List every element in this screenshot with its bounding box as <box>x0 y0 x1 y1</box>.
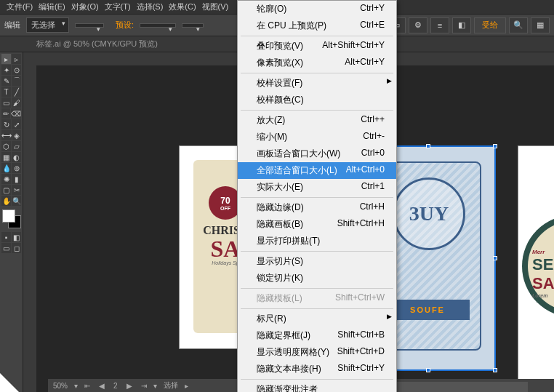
slice-tool[interactable]: ✂ <box>12 185 21 195</box>
brush-tool[interactable]: 🖌 <box>12 97 21 108</box>
accept-button[interactable]: 受给 <box>474 17 506 33</box>
zoom-tool[interactable]: 🔍 <box>12 196 21 206</box>
magic-wand-tool[interactable]: ✦ <box>1 65 11 75</box>
nav-prev[interactable]: ◀ <box>97 382 107 390</box>
tag2-circle-text: 3UY <box>393 177 465 250</box>
symbol-tool[interactable]: ✺ <box>1 174 11 184</box>
shape-builder-tool[interactable]: ⬡ <box>1 141 11 151</box>
zoom-display[interactable]: 50% <box>51 382 70 390</box>
fill-stroke-swatch[interactable] <box>2 209 21 228</box>
nav-last[interactable]: ⇥ <box>139 382 149 390</box>
menu-item[interactable]: 隐藏定界框(J)Shift+Ctrl+B <box>238 327 396 344</box>
eyedropper-tool[interactable]: 💧 <box>1 163 11 173</box>
menu-item[interactable]: 视图(V) <box>199 0 232 14</box>
gradient-tool[interactable]: ◐ <box>12 152 21 162</box>
menu-item[interactable]: 在 CPU 上预览(P)Ctrl+E <box>238 17 396 34</box>
menu-item[interactable]: 对象(O) <box>68 0 102 14</box>
off-label: OFF <box>220 206 230 211</box>
nav-next[interactable]: ▶ <box>124 382 135 390</box>
menu-item[interactable]: 标尺(R)▶ <box>238 311 396 327</box>
lasso-tool[interactable]: ⊙ <box>12 65 21 75</box>
transform-icon[interactable]: ◧ <box>452 17 471 33</box>
menu-item[interactable]: 全部适合窗口大小(L)Alt+Ctrl+0 <box>238 162 396 179</box>
menu-item[interactable]: 选择(S) <box>134 0 166 14</box>
scale-tool[interactable]: ⤢ <box>12 119 21 129</box>
stroke-dropdown[interactable] <box>75 23 104 28</box>
selection-handle[interactable] <box>426 368 430 372</box>
menu-item[interactable]: 校样设置(F)▶ <box>238 75 396 92</box>
menu-item[interactable]: 文字(T) <box>102 0 134 14</box>
menu-item[interactable]: 放大(Z)Ctrl++ <box>238 112 396 129</box>
menu-item[interactable]: 显示打印拼贴(T) <box>238 233 396 249</box>
menu-item[interactable]: 锁定切片(K) <box>238 270 396 287</box>
color-mode[interactable]: ▪ <box>1 232 11 242</box>
align-icon[interactable]: ≡ <box>430 17 449 33</box>
menu-shortcut: Ctrl+- <box>363 131 385 143</box>
menu-item[interactable]: 隐藏边缘(D)Ctrl+H <box>238 199 396 216</box>
graph-tool[interactable]: ▮ <box>12 174 21 184</box>
discount-value: 70 <box>220 196 230 206</box>
menu-item[interactable]: 隐藏画板(B)Shift+Ctrl+H <box>238 216 396 233</box>
curvature-tool[interactable]: ⌒ <box>12 76 21 86</box>
pen-tool[interactable]: ✎ <box>1 76 11 86</box>
nav-dropdown-icon[interactable]: ▾ <box>153 382 157 390</box>
menu-item[interactable]: 缩小(M)Ctrl+- <box>238 129 396 145</box>
selection-handle[interactable] <box>493 144 497 148</box>
type-tool[interactable]: T <box>1 87 11 97</box>
menu-item[interactable]: 编辑(E) <box>36 0 68 14</box>
zoom-dropdown-icon[interactable]: ▾ <box>74 382 78 390</box>
mesh-tool[interactable]: ▦ <box>1 152 11 162</box>
menu-item[interactable]: 文件(F) <box>4 0 36 14</box>
menu-item[interactable]: 效果(C) <box>166 0 198 14</box>
gradient-mode[interactable]: ◧ <box>12 232 21 242</box>
menu-item[interactable]: 显示切片(S) <box>238 253 396 270</box>
width-tool[interactable]: ⟷ <box>1 130 12 140</box>
menu-shortcut: Ctrl+E <box>360 20 385 32</box>
screen-mode-2[interactable]: ◻ <box>12 243 21 253</box>
menu-item[interactable]: 轮廓(O)Ctrl+Y <box>238 1 396 17</box>
menu-separator <box>241 251 393 252</box>
arrange-icon[interactable]: ▦ <box>531 17 550 33</box>
rectangle-tool[interactable]: ▭ <box>1 97 11 108</box>
selection-dropdown[interactable]: 无选择 <box>26 17 69 33</box>
selection-handle[interactable] <box>426 144 430 148</box>
menu-shortcut: Alt+Ctrl+0 <box>346 164 385 177</box>
menu-item[interactable]: 校样颜色(C) <box>238 92 396 108</box>
direct-select-tool[interactable]: ▹ <box>12 54 21 64</box>
menu-item[interactable]: 实际大小(E)Ctrl+1 <box>238 179 396 196</box>
page-corner-fold <box>0 373 19 392</box>
artboard-tool[interactable]: ▢ <box>1 185 11 195</box>
hand-tool[interactable]: ✋ <box>1 196 11 206</box>
perspective-tool[interactable]: ▱ <box>12 141 21 151</box>
menu-item[interactable]: 叠印预览(V)Alt+Shift+Ctrl+Y <box>238 38 396 55</box>
rotate-tool[interactable]: ↻ <box>1 119 11 129</box>
nav-first[interactable]: ⇤ <box>82 382 92 390</box>
free-transform-tool[interactable]: ◈ <box>12 130 21 140</box>
status-arrow-icon[interactable]: ▸ <box>185 382 188 390</box>
selection-tool[interactable]: ▸ <box>1 54 11 64</box>
menu-item[interactable]: 显示透明度网格(Y)Shift+Ctrl+D <box>238 344 396 361</box>
screen-mode[interactable]: ▭ <box>1 243 11 253</box>
menu-shortcut: Ctrl+0 <box>361 148 385 160</box>
blend-tool[interactable]: ⊚ <box>12 163 21 173</box>
menu-shortcut: Shift+Ctrl+Y <box>337 363 385 375</box>
prefs-icon[interactable]: ⚙ <box>409 17 427 33</box>
eraser-tool[interactable]: ⌫ <box>11 108 21 119</box>
document-tab[interactable]: 标签.ai @ 50% (CMYK/GPU 预览) <box>36 39 158 49</box>
menu-item[interactable]: 像素预览(X)Alt+Ctrl+Y <box>238 55 396 71</box>
artboard-number[interactable]: 2 <box>111 382 120 390</box>
search-icon[interactable]: 🔍 <box>509 17 528 33</box>
menu-item-label: 校样颜色(C) <box>257 94 304 106</box>
menu-item[interactable]: 隐藏文本串接(H)Shift+Ctrl+Y <box>238 361 396 377</box>
shaper-tool[interactable]: ✏ <box>1 108 10 119</box>
menu-item[interactable]: 画板适合窗口大小(W)Ctrl+0 <box>238 145 396 162</box>
menu-shortcut: Alt+Shift+Ctrl+Y <box>322 40 385 52</box>
style-dropdown[interactable] <box>182 23 204 28</box>
selection-handle[interactable] <box>493 368 497 372</box>
selection-handle[interactable] <box>493 256 497 260</box>
menu-item[interactable]: 隐藏渐变批注者 <box>238 381 396 392</box>
preset-dropdown[interactable] <box>140 23 176 28</box>
menu-item-label: 画板适合窗口大小(W) <box>257 148 340 160</box>
line-tool[interactable]: ╱ <box>12 87 21 97</box>
menu-shortcut: Alt+Ctrl+Y <box>345 57 385 69</box>
